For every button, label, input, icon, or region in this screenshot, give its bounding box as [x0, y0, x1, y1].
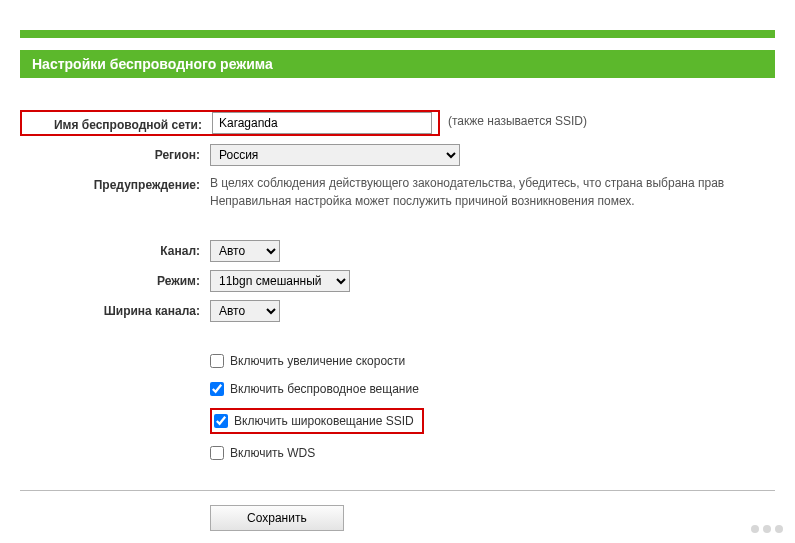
label-channel-width: Ширина канала:	[20, 300, 210, 318]
checkbox-ssid-broadcast-label: Включить широковещание SSID	[234, 414, 414, 428]
channel-select[interactable]: Авто	[210, 240, 280, 262]
channel-width-select[interactable]: Авто	[210, 300, 280, 322]
label-region: Регион:	[20, 144, 210, 162]
checkbox-speed-boost-row[interactable]: Включить увеличение скорости	[210, 352, 405, 370]
row-channel-width: Ширина канала: Авто	[20, 300, 775, 322]
row-region: Регион: Россия	[20, 144, 775, 166]
checkbox-ssid-broadcast[interactable]	[214, 414, 228, 428]
save-button[interactable]: Сохранить	[210, 505, 344, 531]
dots-icon	[751, 525, 783, 533]
checkbox-speed-boost[interactable]	[210, 354, 224, 368]
label-mode: Режим:	[20, 270, 210, 288]
warning-line1: В целях соблюдения действующего законода…	[210, 174, 775, 192]
checkbox-wds-label: Включить WDS	[230, 446, 315, 460]
row-channel: Канал: Авто	[20, 240, 775, 262]
page-header: Настройки беспроводного режима	[20, 50, 775, 78]
region-select[interactable]: Россия	[210, 144, 460, 166]
checkbox-group: Включить увеличение скорости Включить бе…	[20, 352, 775, 472]
ssid-hint: (также называется SSID)	[448, 110, 587, 128]
label-warning: Предупреждение:	[20, 174, 210, 192]
mode-select[interactable]: 11bgn смешанный	[210, 270, 350, 292]
checkbox-wds[interactable]	[210, 446, 224, 460]
row-save: Сохранить	[20, 505, 775, 531]
checkbox-wds-row[interactable]: Включить WDS	[210, 444, 315, 462]
warning-line2: Неправильная настройка может послужить п…	[210, 192, 775, 210]
checkbox-ssid-broadcast-row[interactable]: Включить широковещание SSID	[214, 412, 420, 430]
checkbox-speed-boost-label: Включить увеличение скорости	[230, 354, 405, 368]
checkbox-enable-wireless-label: Включить беспроводное вещание	[230, 382, 419, 396]
label-channel: Канал:	[20, 240, 210, 258]
row-ssid: Имя беспроводной сети: (также называется…	[20, 110, 775, 136]
checkbox-enable-wireless[interactable]	[210, 382, 224, 396]
page-title: Настройки беспроводного режима	[32, 56, 273, 72]
checkbox-enable-wireless-row[interactable]: Включить беспроводное вещание	[210, 380, 419, 398]
label-ssid: Имя беспроводной сети:	[26, 114, 212, 132]
row-warning: Предупреждение: В целях соблюдения дейст…	[20, 174, 775, 210]
row-mode: Режим: 11bgn смешанный	[20, 270, 775, 292]
divider	[20, 490, 775, 491]
ssid-input[interactable]	[212, 112, 432, 134]
